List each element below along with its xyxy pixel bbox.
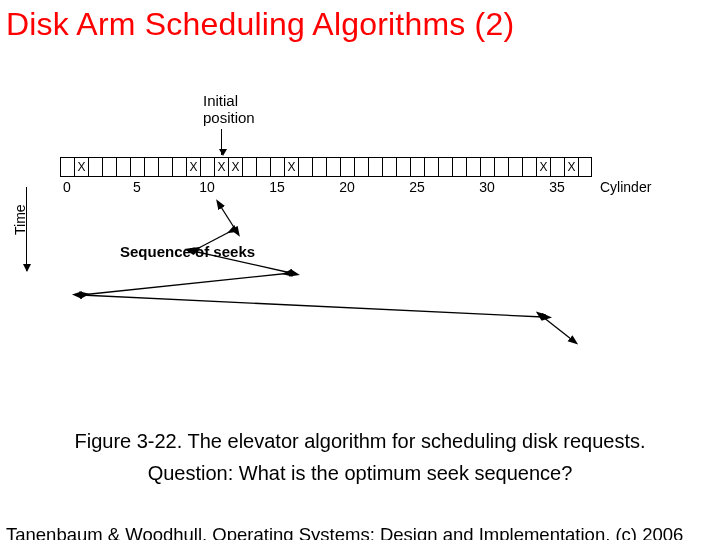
- cylinder-cell: X: [74, 157, 88, 177]
- cylinder-cell: X: [536, 157, 550, 177]
- cylinder-cell: [116, 157, 130, 177]
- cylinder-cell: [242, 157, 256, 177]
- cylinder-cell: [466, 157, 480, 177]
- cylinder-cell: [298, 157, 312, 177]
- cylinder-cell: [368, 157, 382, 177]
- cylinder-cell: [480, 157, 494, 177]
- initial-position-label: Initialposition: [203, 93, 255, 126]
- cylinder-cell: [256, 157, 270, 177]
- cylinder-cell: [494, 157, 508, 177]
- cylinder-cell: X: [284, 157, 298, 177]
- cylinder-cell: [522, 157, 536, 177]
- cylinder-cell: [382, 157, 396, 177]
- initial-position-pointer-icon: [221, 129, 222, 155]
- cylinder-cell: [396, 157, 410, 177]
- svg-line-1: [193, 229, 235, 251]
- svg-line-0: [221, 207, 235, 229]
- cylinder-cell: [340, 157, 354, 177]
- cylinder-cell: [102, 157, 116, 177]
- cylinder-cell: [158, 157, 172, 177]
- cylinder-cell: [88, 157, 102, 177]
- cylinder-bar: XXXXXXX: [60, 157, 592, 177]
- svg-line-4: [81, 295, 543, 317]
- cylinder-cell: [60, 157, 74, 177]
- svg-line-5: [543, 317, 571, 339]
- cylinder-cell: [130, 157, 144, 177]
- figure-caption: Figure 3-22. The elevator algorithm for …: [0, 430, 720, 453]
- cylinder-cell: [326, 157, 340, 177]
- time-axis-label: Time: [12, 204, 28, 235]
- cylinder-cell: X: [186, 157, 200, 177]
- svg-line-2: [193, 251, 291, 273]
- cylinder-cell: [424, 157, 438, 177]
- cylinder-cell: [312, 157, 326, 177]
- cylinder-cell: X: [228, 157, 242, 177]
- seek-arrows-icon: [60, 177, 660, 367]
- cylinder-cell: X: [214, 157, 228, 177]
- cylinder-cell: [200, 157, 214, 177]
- copyright-credit: Tanenbaum & Woodhull, Operating Systems:…: [6, 524, 683, 540]
- cylinder-cell: [550, 157, 564, 177]
- cylinder-cell: [270, 157, 284, 177]
- svg-line-3: [81, 273, 291, 295]
- cylinder-cell: [172, 157, 186, 177]
- cylinder-cell: [452, 157, 466, 177]
- cylinder-cell: [410, 157, 424, 177]
- elevator-diagram: Initialposition XXXXXXX 05101520253035 C…: [60, 93, 660, 363]
- cylinder-cell: [144, 157, 158, 177]
- cylinder-cell: [578, 157, 592, 177]
- cylinder-cell: [508, 157, 522, 177]
- cylinder-cell: [354, 157, 368, 177]
- cylinder-cell: X: [564, 157, 578, 177]
- figure-question: Question: What is the optimum seek seque…: [0, 462, 720, 485]
- cylinder-cell: [438, 157, 452, 177]
- page-title: Disk Arm Scheduling Algorithms (2): [0, 0, 720, 43]
